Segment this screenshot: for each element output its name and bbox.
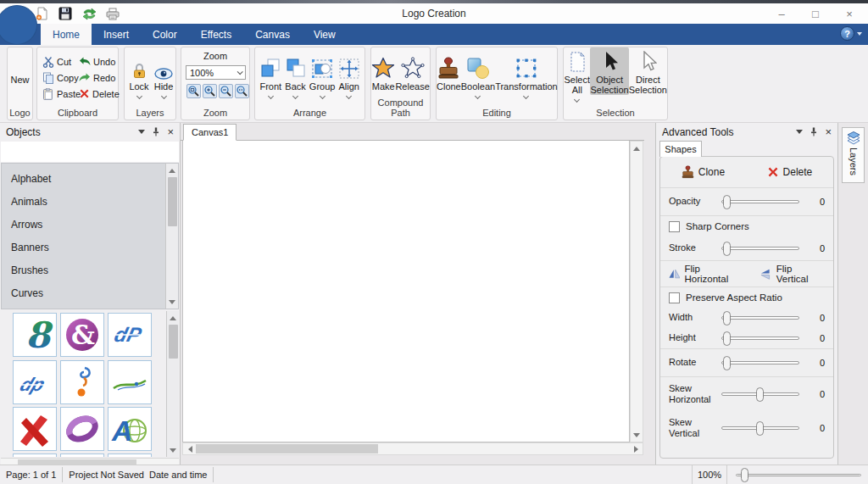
thumbnail-globe-a-logo[interactable]: A	[108, 407, 152, 451]
thumbnail-swoosh-bird-logo[interactable]	[108, 360, 152, 404]
category-banners[interactable]: Banners	[2, 236, 178, 259]
sharp-corners-checkbox[interactable]	[669, 221, 680, 232]
hide-button[interactable]: Hide	[153, 47, 175, 98]
scroll-right-icon[interactable]	[630, 443, 642, 455]
object-selection-button[interactable]: Object Selection	[590, 47, 628, 95]
skew-vertical-slider[interactable]	[721, 421, 799, 436]
category-animals[interactable]: Animals	[2, 190, 178, 213]
undo-button[interactable]: Undo	[79, 53, 120, 70]
pin-icon[interactable]	[153, 127, 159, 136]
flip-horizontal-button[interactable]: Flip Horizontal	[684, 264, 744, 284]
thumbnail-partial[interactable]	[108, 453, 152, 457]
scroll-up-icon[interactable]	[166, 164, 178, 176]
thumbnail-partial[interactable]	[60, 453, 104, 457]
lock-button[interactable]: Lock	[128, 47, 150, 98]
scrollbar-thumb[interactable]	[169, 325, 178, 359]
zoom-actual-icon[interactable]	[235, 84, 249, 98]
scrollbar-thumb[interactable]	[168, 177, 177, 226]
thumbnail-dp-logo[interactable]: dP	[108, 313, 152, 357]
pin-icon[interactable]	[810, 127, 817, 136]
delete-button[interactable]: Delete	[79, 86, 120, 102]
thumbnail-partial[interactable]	[13, 453, 57, 457]
status-zoom-slider[interactable]	[736, 468, 861, 482]
scroll-left-icon[interactable]	[184, 443, 196, 455]
redo-button[interactable]: Redo	[79, 70, 120, 86]
status-divider	[213, 467, 214, 482]
drawing-canvas[interactable]	[182, 141, 630, 442]
minimize-button[interactable]: –	[765, 3, 798, 24]
scroll-up-icon[interactable]	[631, 142, 643, 154]
scroll-down-icon[interactable]	[166, 296, 178, 308]
thumbnail-red-cross-logo[interactable]	[13, 407, 57, 451]
category-brushes[interactable]: Brushes	[2, 259, 178, 281]
panel-collapse-icon[interactable]	[796, 130, 803, 134]
zoom-out-icon[interactable]	[219, 84, 233, 98]
layers-side-tab[interactable]: Layers	[842, 127, 865, 183]
close-button[interactable]: ×	[832, 3, 866, 24]
maximize-button[interactable]: □	[798, 3, 832, 24]
paste-button[interactable]: Paste	[42, 86, 81, 102]
stroke-slider[interactable]	[721, 242, 799, 256]
new-button[interactable]: New	[9, 54, 31, 104]
width-slider[interactable]	[721, 311, 799, 325]
flip-vertical-button[interactable]: Flip Vertical	[776, 264, 825, 284]
chevron-down-icon	[292, 93, 298, 99]
select-all-button[interactable]: Select All	[564, 47, 590, 102]
tab-view[interactable]: View	[302, 24, 348, 45]
direct-selection-button[interactable]: Direct Selection	[629, 47, 667, 95]
group-label-arrange: Arrange	[255, 108, 364, 118]
thumbnail-ribbon-eight-logo[interactable]: 8	[13, 313, 57, 357]
delete-shape-button[interactable]: Delete	[767, 166, 813, 178]
panel-close-icon[interactable]: ×	[825, 126, 832, 137]
category-curves[interactable]: Curves	[2, 281, 178, 304]
layers-icon	[845, 131, 862, 145]
scroll-down-icon[interactable]	[631, 429, 643, 441]
clone-shape-button[interactable]: Clone	[682, 165, 725, 179]
thumbnail-spiral-pin-logo[interactable]	[60, 360, 104, 404]
tab-canvas[interactable]: Canvas	[243, 24, 302, 45]
slider-thumb[interactable]	[741, 468, 748, 482]
tab-home[interactable]: Home	[41, 24, 92, 45]
canvas-horizontal-scrollbar[interactable]	[182, 442, 643, 455]
opacity-slider[interactable]	[721, 195, 799, 209]
panel-close-icon[interactable]: ×	[167, 126, 174, 137]
category-scrollbar[interactable]	[165, 164, 178, 309]
cut-button[interactable]: Cut	[42, 53, 81, 70]
canvas-vertical-scrollbar[interactable]	[630, 141, 643, 442]
tab-insert[interactable]: Insert	[92, 24, 141, 45]
thumbnail-ampersand-circle-logo[interactable]: &	[60, 313, 104, 357]
zoom-level-dropdown[interactable]: 100%	[186, 65, 246, 80]
rotate-label: Rotate	[669, 357, 716, 368]
scroll-down-icon[interactable]	[167, 444, 179, 456]
skew-horizontal-slider[interactable]	[721, 387, 799, 402]
scroll-up-icon[interactable]	[167, 312, 179, 324]
preserve-aspect-row: Preserve Aspect Ratio	[660, 287, 833, 308]
scissors-icon	[42, 56, 54, 68]
bring-to-front-icon	[259, 54, 281, 80]
thumbnail-scrollbar[interactable]	[166, 311, 179, 457]
canvas-document-tab[interactable]: Canvas1	[183, 124, 236, 141]
panel-collapse-icon[interactable]	[138, 130, 145, 134]
ribbon-group-zoom: Zoom 100% Zoom	[181, 47, 250, 120]
copy-button[interactable]: Copy	[42, 70, 81, 86]
chevron-down-icon	[136, 93, 142, 99]
preserve-aspect-label: Preserve Aspect Ratio	[686, 292, 782, 303]
category-arrows[interactable]: Arrows	[2, 213, 178, 236]
zoom-group-title: Zoom	[181, 51, 249, 61]
objects-panel-hscrollbar[interactable]	[1, 458, 179, 465]
scrollbar-thumb[interactable]	[196, 444, 378, 453]
tab-effects[interactable]: Effects	[189, 24, 243, 45]
height-slider[interactable]	[721, 331, 799, 346]
zoom-in-icon[interactable]	[203, 84, 217, 98]
help-button[interactable]: ?	[840, 26, 862, 41]
rotate-slider[interactable]	[721, 356, 799, 370]
group-label-logo: Logo	[8, 108, 32, 118]
preserve-aspect-checkbox[interactable]	[669, 292, 680, 303]
thumbnail-purple-o-logo[interactable]	[60, 407, 104, 451]
tab-shapes[interactable]: Shapes	[659, 141, 702, 157]
category-alphabet[interactable]: Alphabet	[2, 167, 178, 190]
skew-vertical-row: Skew Vertical 0	[660, 411, 833, 445]
tab-color[interactable]: Color	[141, 24, 189, 45]
thumbnail-dp-slant-logo[interactable]: dp	[13, 360, 57, 404]
zoom-fit-icon[interactable]	[186, 84, 201, 98]
